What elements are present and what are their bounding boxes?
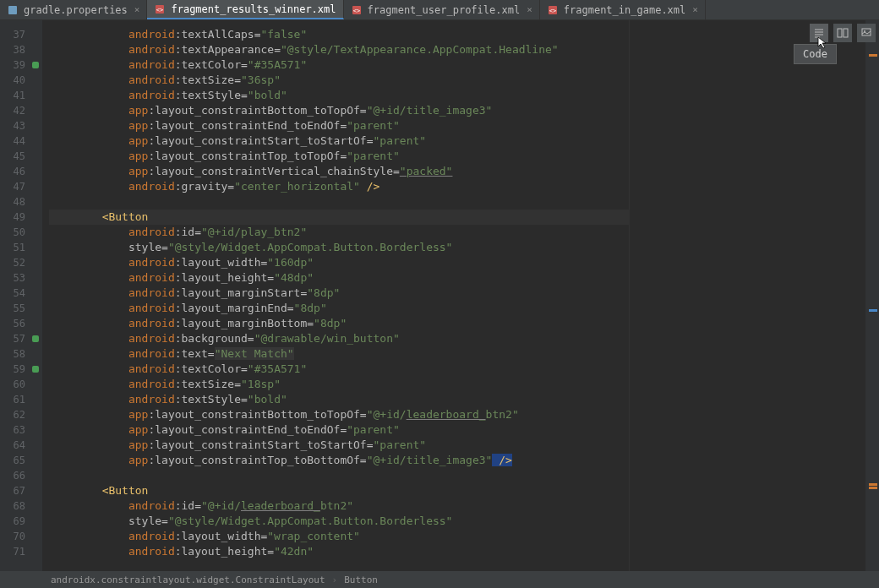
tab-label: fragment_in_game.xml xyxy=(564,4,686,16)
code-content[interactable]: android:textAllCaps="false" android:text… xyxy=(42,20,629,571)
tab-fragment-in-game[interactable]: <> fragment_in_game.xml × xyxy=(540,0,706,19)
tab-label: fragment_results_winner.xml xyxy=(171,3,336,15)
breadcrumb-item[interactable]: androidx.constraintlayout.widget.Constra… xyxy=(51,574,325,585)
tab-fragment-results-winner[interactable]: <> fragment_results_winner.xml xyxy=(147,0,343,19)
svg-text:<>: <> xyxy=(156,7,163,14)
svg-text:<>: <> xyxy=(549,8,556,14)
editor-tabs: gradle.properties × <> fragment_results_… xyxy=(0,0,879,20)
tab-fragment-user-profile[interactable]: <> fragment_user_profile.xml × xyxy=(344,0,540,19)
xml-icon: <> xyxy=(351,4,363,16)
tab-label: fragment_user_profile.xml xyxy=(368,4,521,16)
tooltip: Code xyxy=(794,44,837,64)
tab-label: gradle.properties xyxy=(24,4,128,16)
line-number-gutter[interactable]: 3738394041424344454647484950515253545556… xyxy=(0,20,42,571)
editor: 3738394041424344454647484950515253545556… xyxy=(0,20,879,571)
design-view-button[interactable] xyxy=(857,24,876,42)
preview-pane xyxy=(629,20,865,571)
error-stripe[interactable] xyxy=(865,20,879,571)
close-icon[interactable]: × xyxy=(692,4,698,15)
file-icon xyxy=(7,4,19,16)
breadcrumb[interactable]: androidx.constraintlayout.widget.Constra… xyxy=(0,571,879,588)
chevron-right-icon: › xyxy=(332,574,338,585)
svg-rect-7 xyxy=(838,29,842,37)
svg-rect-0 xyxy=(8,6,17,14)
xml-icon: <> xyxy=(154,3,166,15)
split-view-button[interactable] xyxy=(833,24,852,42)
svg-text:<>: <> xyxy=(352,8,359,14)
close-icon[interactable]: × xyxy=(527,4,532,15)
breadcrumb-item[interactable]: Button xyxy=(344,574,378,585)
xml-icon: <> xyxy=(547,4,559,16)
svg-rect-8 xyxy=(844,29,848,37)
close-icon[interactable]: × xyxy=(134,4,140,15)
mouse-cursor xyxy=(816,35,830,49)
tab-gradle-properties[interactable]: gradle.properties × xyxy=(0,0,147,19)
